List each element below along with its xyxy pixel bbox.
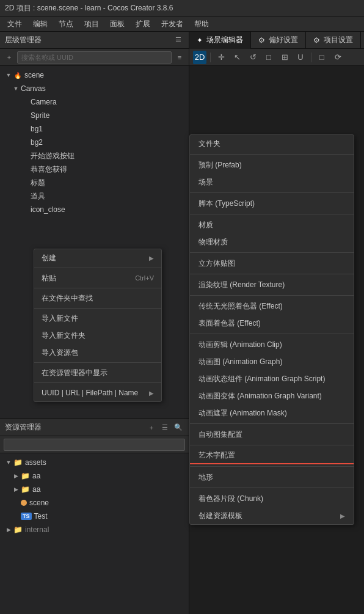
sub-item-create-template[interactable]: 创建资源模板 ▶: [190, 507, 354, 524]
sub-item-terrain[interactable]: 地形: [190, 469, 354, 486]
asset-search-icon[interactable]: 🔍: [173, 422, 184, 433]
hierarchy-filter-icon[interactable]: ≡: [174, 52, 185, 63]
ctx-paste-label: 粘贴: [42, 273, 56, 283]
sub-item-typescript[interactable]: 脚本 (TypeScript): [190, 195, 354, 212]
toolbar-move-btn[interactable]: ✛: [214, 51, 228, 64]
left-panel: 层级管理器 ☰ + ≡ ▼ 🔥 scene ▼ Canvas: [0, 32, 189, 614]
toolbar-rotate-icon: ↺: [250, 53, 257, 62]
sub-item-animation-clip[interactable]: 动画剪辑 (Animation Clip): [190, 336, 354, 353]
asset-item-aa2[interactable]: ▶ 📁 aa: [0, 483, 189, 496]
menu-extend[interactable]: 扩展: [131, 18, 155, 31]
sub-item-material[interactable]: 材质: [190, 216, 354, 233]
menu-help[interactable]: 帮助: [189, 18, 214, 31]
tab-scene-editor[interactable]: ✦ 场景编辑器: [189, 32, 251, 49]
menu-bar: 文件 编辑 节点 项目 面板 扩展 开发者 帮助: [0, 17, 364, 32]
sub-sep-1: [190, 154, 354, 155]
toolbar-u-btn[interactable]: U: [294, 51, 307, 64]
tree-item-props[interactable]: ▶ 道具: [0, 189, 189, 203]
menu-panel[interactable]: 面板: [105, 18, 129, 31]
ctx-paste-shortcut: Ctrl+V: [135, 274, 154, 282]
ctx-item-find-folder[interactable]: 在文件夹中查找: [34, 290, 161, 307]
internal-folder-icon: 📁: [13, 525, 23, 534]
toolbar-rotate-btn[interactable]: ↺: [246, 51, 260, 64]
ctx-item-show-explorer[interactable]: 在资源管理器中显示: [34, 364, 161, 381]
ctx-sep-4: [34, 362, 161, 363]
sub-surface-effect-label: 表面着色器 (Effect): [198, 318, 261, 329]
assets-label: assets: [25, 458, 46, 467]
sub-terrain-label: 地形: [198, 472, 213, 483]
asset-item-scene[interactable]: ▶ scene: [0, 496, 189, 510]
sub-item-auto-atlas[interactable]: 自动图集配置: [190, 426, 354, 443]
sub-render-texture-label: 渲染纹理 (Render Texture): [198, 280, 285, 290]
toolbar-scale-btn[interactable]: □: [262, 51, 275, 64]
tree-item-title[interactable]: ▶ 标题: [0, 176, 189, 189]
tab-preferences[interactable]: ⚙ 偏好设置: [251, 32, 306, 49]
toolbar-refresh-btn[interactable]: ⟳: [331, 51, 344, 64]
asset-item-aa1[interactable]: ▶ 📁 aa: [0, 469, 189, 483]
tree-item-camera[interactable]: ▶ Camera: [0, 95, 189, 109]
ctx-item-import-package[interactable]: 导入资源包: [34, 344, 161, 361]
sub-item-surface-effect[interactable]: 表面着色器 (Effect): [190, 315, 354, 332]
toolbar-2d-btn[interactable]: 2D: [193, 51, 206, 64]
sub-sep-3: [190, 214, 354, 214]
ctx-item-import-folder[interactable]: 导入新文件夹: [34, 327, 161, 344]
tree-item-sprite[interactable]: ▶ Sprite: [0, 109, 189, 122]
toolbar-frame-btn[interactable]: □: [315, 51, 329, 64]
asset-item-test[interactable]: ▶ TS Test: [0, 510, 189, 523]
sub-item-render-texture[interactable]: 渲染纹理 (Render Texture): [190, 276, 354, 293]
sub-item-animation-graph[interactable]: 动画图 (Animation Graph): [190, 353, 354, 370]
ctx-item-create[interactable]: 创建 ▶: [34, 249, 161, 266]
tree-item-canvas[interactable]: ▼ Canvas: [0, 82, 189, 95]
menu-project[interactable]: 项目: [79, 18, 104, 31]
sub-item-animation-graph-script[interactable]: 动画状态组件 (Animation Graph Script): [190, 370, 354, 387]
ctx-sep-3: [34, 308, 161, 309]
ctx-item-import-file[interactable]: 导入新文件: [34, 310, 161, 327]
title-text: 2D 项目 : scene.scene - learn - Cocos Crea…: [5, 3, 173, 13]
sub-prefab-label: 预制 (Prefab): [198, 160, 242, 170]
ctx-uuid-label: UUID | URL | FilePath | Name: [42, 389, 138, 397]
hierarchy-panel-header: 层级管理器 ☰: [0, 32, 189, 49]
aa2-label: aa: [32, 485, 40, 494]
assets-arrow: ▼: [5, 459, 12, 466]
hierarchy-search-input[interactable]: [17, 51, 172, 64]
ctx-item-paste[interactable]: 粘贴 Ctrl+V: [34, 269, 161, 287]
sub-item-art-text[interactable]: 艺术字配置: [190, 447, 354, 464]
sub-item-physics-material[interactable]: 物理材质: [190, 233, 354, 250]
asset-menu-icon[interactable]: ☰: [159, 422, 170, 433]
sub-item-folder[interactable]: 文件夹: [190, 135, 354, 152]
asset-add-icon[interactable]: +: [146, 422, 157, 433]
sub-item-shader-chunk[interactable]: 着色器片段 (Chunk): [190, 490, 354, 507]
sub-item-prefab[interactable]: 预制 (Prefab): [190, 156, 354, 174]
menu-node[interactable]: 节点: [54, 18, 78, 31]
asset-item-internal[interactable]: ▶ 📁 internal: [0, 523, 189, 536]
ctx-item-uuid[interactable]: UUID | URL | FilePath | Name ▶: [34, 384, 161, 401]
toolbar-rect-btn[interactable]: ⊞: [278, 51, 291, 64]
tree-item-congratulations[interactable]: ▶ 恭喜您获得: [0, 163, 189, 176]
hierarchy-add-icon[interactable]: +: [4, 52, 15, 63]
menu-edit[interactable]: 编辑: [28, 18, 53, 31]
sub-item-cubemap[interactable]: 立方体贴图: [190, 255, 354, 272]
toolbar-select-icon: ↖: [234, 53, 241, 62]
tree-item-bg2[interactable]: ▶ bg2: [0, 136, 189, 149]
tab-project-settings-label: 项目设置: [324, 35, 353, 45]
ctx-sep-1: [34, 268, 161, 268]
sub-item-animation-graph-variant[interactable]: 动画图变体 (Animation Graph Variant): [190, 387, 354, 404]
tree-item-scene[interactable]: ▼ 🔥 scene: [0, 68, 189, 82]
sub-scene-label: 场景: [198, 177, 213, 188]
internal-label: internal: [25, 525, 49, 534]
menu-file[interactable]: 文件: [2, 18, 27, 31]
tree-item-start-button[interactable]: ▶ 开始游戏按钮: [0, 149, 189, 163]
tree-item-bg1[interactable]: ▶ bg1: [0, 122, 189, 136]
menu-developer[interactable]: 开发者: [156, 18, 188, 31]
toolbar-select-btn[interactable]: ↖: [230, 51, 244, 64]
tree-item-icon-close[interactable]: ▶ icon_close: [0, 203, 189, 216]
asset-item-assets[interactable]: ▼ 📁 assets: [0, 456, 189, 469]
sub-item-animation-mask[interactable]: 动画遮罩 (Animation Mask): [190, 404, 354, 422]
asset-search-input[interactable]: [4, 439, 185, 451]
tab-project-settings[interactable]: ⚙ 项目设置: [306, 32, 361, 49]
sprite-label: Sprite: [31, 111, 49, 120]
tab-project-settings-icon: ⚙: [313, 36, 320, 45]
hierarchy-menu-icon[interactable]: ☰: [173, 35, 184, 46]
sub-item-scene[interactable]: 场景: [190, 174, 354, 191]
sub-item-legacy-effect[interactable]: 传统无光照着色器 (Effect): [190, 298, 354, 315]
